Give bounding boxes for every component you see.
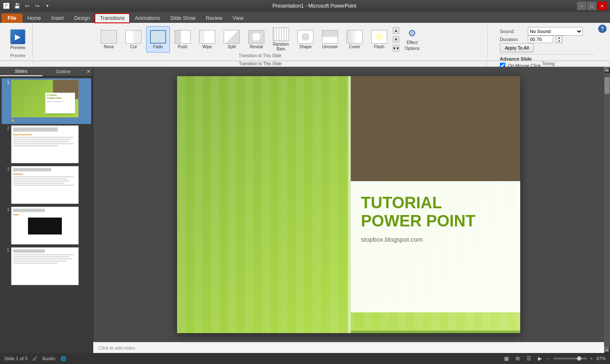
slide-num-1: 1	[3, 80, 9, 85]
effect-options-label: Effect	[407, 40, 417, 45]
transition-wipe-icon	[199, 30, 215, 44]
duration-spin-down[interactable]: ▼	[556, 39, 562, 43]
sound-label: Sound:	[500, 29, 525, 34]
transition-random-bars-button[interactable]: Random Bars	[269, 26, 293, 52]
zoom-plus[interactable]: +	[591, 356, 593, 361]
scroll-more-button[interactable]: ▼▼	[393, 45, 399, 52]
app-icon: 🅿	[3, 3, 9, 9]
status-left: Slide 1 of 5 🖊 Austin 🌐	[4, 356, 67, 361]
view-sorter-button[interactable]: ⊞	[514, 355, 521, 362]
timing-section-label: Timing	[487, 61, 610, 66]
transition-cut-button[interactable]: Cut	[122, 26, 145, 52]
scroll-bottom-button[interactable]: ▼	[604, 347, 610, 353]
outline-tab[interactable]: Outline	[42, 67, 85, 76]
undo-button[interactable]: ↩	[23, 2, 31, 10]
right-scrollbar: ▲ ▼	[604, 67, 610, 353]
transition-push-button[interactable]: Push	[171, 26, 194, 52]
apply-all-button[interactable]: Apply To All	[500, 43, 534, 52]
transition-reveal-button[interactable]: Reveal	[244, 26, 268, 52]
slide-subtitle: stopbox.blogspot.com	[361, 236, 510, 243]
transition-cover-label: Cover	[349, 44, 360, 49]
effect-options-button[interactable]: ⚙ Effect Options	[401, 26, 423, 52]
preview-button[interactable]: ▶ Preview	[6, 26, 30, 52]
view-slideshow-button[interactable]: ▶	[536, 355, 543, 362]
slides-panel: Slides Outline ✕ 1 TUTORIALPOWER POINT s…	[0, 67, 93, 353]
slide-star-1: ★	[11, 117, 15, 123]
view-normal-button[interactable]: ▦	[502, 355, 510, 362]
slide-image-4: Video	[11, 207, 79, 245]
tab-insert[interactable]: Insert	[46, 14, 69, 23]
zoom-slider[interactable]	[553, 358, 587, 359]
tab-home[interactable]: Home	[22, 14, 46, 23]
save-button[interactable]: 💾	[13, 2, 21, 10]
slide-num-4: 4	[3, 207, 9, 212]
transition-cover-button[interactable]: Cover	[343, 26, 366, 52]
help-button[interactable]: ?	[598, 25, 607, 33]
slide-thumbnail-3[interactable]: 3 Operation	[2, 165, 91, 205]
transition-uncover-button[interactable]: Uncover	[318, 26, 342, 52]
slide-thumbnail-4[interactable]: 4 Video	[2, 205, 91, 246]
transition-reveal-label: Reveal	[250, 44, 263, 49]
slides-tabs: Slides Outline ✕	[0, 67, 93, 77]
slide-title2: POWER POINT	[361, 212, 510, 231]
minimize-button[interactable]: −	[577, 2, 586, 10]
transition-random-bars-icon	[273, 28, 289, 41]
tab-file[interactable]: File	[2, 14, 22, 23]
transition-wipe-button[interactable]: Wipe	[195, 26, 219, 52]
slide-num-5: 5	[3, 247, 9, 253]
main-area: Slides Outline ✕ 1 TUTORIALPOWER POINT s…	[0, 67, 610, 353]
close-button[interactable]: ✕	[597, 2, 607, 10]
language-icon: 🌐	[61, 356, 67, 361]
ribbon-labels: Transition to This Slide Timing	[0, 61, 610, 67]
slide-thumbnail-2[interactable]: 2 About Power Point	[2, 124, 91, 165]
slides-tab[interactable]: Slides	[0, 67, 42, 76]
scroll-up-button[interactable]: ▲	[393, 27, 399, 34]
transition-shape-label: Shape	[299, 44, 312, 49]
transition-cut-icon	[125, 30, 141, 44]
transition-flash-icon	[371, 30, 387, 44]
restore-button[interactable]: □	[587, 2, 596, 10]
panel-close-button[interactable]: ✕	[84, 67, 93, 76]
tab-slideshow[interactable]: Slide Show	[165, 14, 201, 23]
slide-area: TUTORIAL POWER POINT stopbox.blogspot.co…	[93, 67, 604, 353]
slide-dark-rect	[351, 76, 520, 181]
tab-transitions[interactable]: Transitions	[95, 14, 130, 23]
view-reading-button[interactable]: ☰	[525, 355, 533, 362]
transition-none-button[interactable]: None	[97, 26, 121, 52]
scroll-down-button[interactable]: ▼	[393, 36, 399, 43]
scroll-top-button[interactable]: ▲	[604, 67, 610, 73]
apply-all-row: Apply To All	[500, 43, 595, 52]
transition-flash-button[interactable]: Flash	[367, 26, 391, 52]
zoom-minus[interactable]: −	[547, 356, 549, 361]
window-title: Presentation1 - Microsoft PowerPoint	[52, 3, 577, 9]
slide-image-5	[11, 247, 79, 285]
transition-split-button[interactable]: Split	[220, 26, 244, 52]
duration-label: Duration:	[500, 37, 525, 42]
tab-design[interactable]: Design	[69, 14, 95, 23]
duration-spin-up[interactable]: ▲	[556, 36, 562, 39]
preview-section-label	[0, 61, 34, 66]
slide-canvas: TUTORIAL POWER POINT stopbox.blogspot.co…	[93, 67, 604, 342]
status-right: ▦ ⊞ ☰ ▶ − + 87%	[502, 355, 606, 362]
tab-review[interactable]: Review	[201, 14, 227, 23]
tab-animations[interactable]: Animations	[130, 14, 165, 23]
transition-fade-button[interactable]: Fade	[146, 26, 170, 52]
theme-name: 🖊	[33, 356, 37, 361]
slide-thumbnail-1[interactable]: 1 TUTORIALPOWER POINT stopbox.blogspot.c…	[2, 78, 91, 124]
duration-input[interactable]	[528, 36, 553, 43]
transition-none-label: None	[104, 44, 114, 49]
transition-flash-label: Flash	[374, 44, 384, 49]
slide-thumbnail-5[interactable]: 5	[2, 246, 91, 287]
tab-view[interactable]: View	[227, 14, 249, 23]
title-bar: 🅿 💾 ↩ ↪ ▼ Presentation1 - Microsoft Powe…	[0, 0, 610, 12]
theme-label: Austin	[42, 356, 55, 361]
sound-select[interactable]: No Sound	[528, 27, 583, 36]
status-bar: Slide 1 of 5 🖊 Austin 🌐 ▦ ⊞ ☰ ▶ − + 87%	[0, 353, 610, 364]
qa-dropdown-button[interactable]: ▼	[43, 2, 52, 10]
redo-button[interactable]: ↪	[33, 2, 42, 10]
scroll-thumb[interactable]	[604, 77, 610, 94]
transition-shape-button[interactable]: Shape	[294, 26, 317, 52]
slide-bottom-bar	[351, 331, 520, 333]
notes-area[interactable]: Click to add notes	[93, 342, 604, 353]
main-slide: TUTORIAL POWER POINT stopbox.blogspot.co…	[177, 76, 520, 333]
